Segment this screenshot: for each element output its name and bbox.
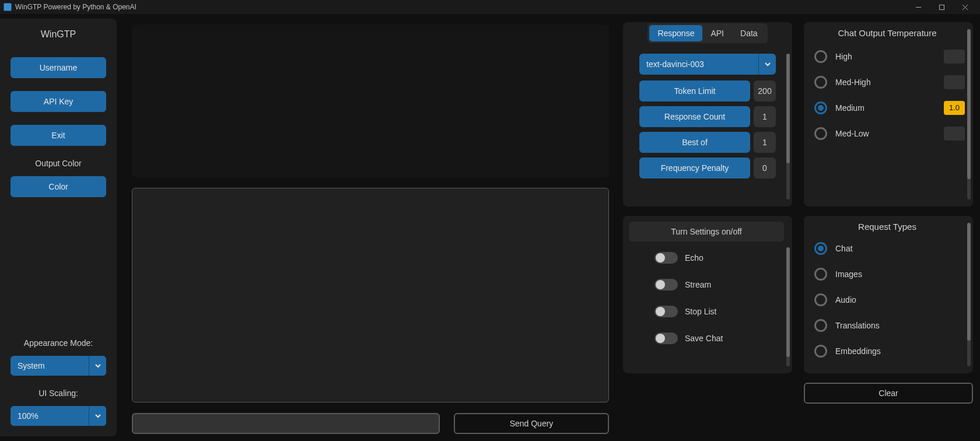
- scrollbar[interactable]: [967, 29, 971, 200]
- token-limit-value[interactable]: 200: [754, 80, 776, 102]
- scrollbar[interactable]: [786, 54, 790, 200]
- svg-rect-0: [939, 5, 944, 9]
- switch-savechat[interactable]: [654, 332, 678, 344]
- scrollbar[interactable]: [967, 223, 971, 366]
- clear-button[interactable]: Clear: [804, 383, 973, 404]
- username-button[interactable]: Username: [10, 57, 106, 78]
- appearance-select[interactable]: System: [10, 356, 106, 376]
- exit-button[interactable]: Exit: [10, 125, 106, 146]
- model-select[interactable]: text-davinci-003: [639, 54, 776, 75]
- color-button[interactable]: Color: [10, 176, 106, 197]
- value-medium[interactable]: 1.0: [944, 101, 965, 115]
- tabs: Response API Data: [648, 23, 767, 43]
- request-types-panel: Request Types Chat Images Audio Translat…: [804, 216, 973, 373]
- titlebar: WinGTP Powered by Python & OpenAI: [0, 0, 980, 14]
- toggle-header: Turn Settings on/off: [629, 222, 784, 242]
- scaling-label: UI Scaling:: [10, 388, 106, 398]
- toggle-panel: Turn Settings on/off Echo Stream Stop Li…: [623, 216, 792, 373]
- response-panel: Response API Data text-davinci-003 Token…: [623, 22, 792, 206]
- radio-audio[interactable]: [814, 293, 827, 306]
- appearance-label: Appearance Mode:: [10, 338, 106, 348]
- switch-stoplist[interactable]: [654, 306, 678, 317]
- input-textarea[interactable]: [132, 188, 609, 402]
- window-title: WinGTP Powered by Python & OpenAI: [15, 3, 136, 11]
- label-embeddings: Embeddings: [835, 346, 965, 356]
- request-types-title: Request Types: [810, 222, 965, 232]
- label-stream: Stream: [685, 280, 711, 289]
- switch-echo[interactable]: [654, 252, 678, 264]
- tab-response[interactable]: Response: [649, 25, 702, 41]
- label-chat: Chat: [835, 244, 965, 253]
- radio-high[interactable]: [814, 50, 827, 63]
- tab-data[interactable]: Data: [732, 25, 766, 41]
- apikey-button[interactable]: API Key: [10, 91, 106, 112]
- response-count-value[interactable]: 1: [754, 106, 776, 127]
- radio-medlow[interactable]: [814, 127, 827, 140]
- label-medlow: Med-Low: [835, 129, 936, 138]
- sidebar: WinGTP Username API Key Exit Output Colo…: [0, 19, 117, 436]
- chevron-down-icon: [758, 54, 776, 75]
- freq-penalty-button[interactable]: Frequency Penalty: [639, 158, 750, 178]
- send-query-button[interactable]: Send Query: [454, 413, 609, 434]
- chevron-down-icon: [89, 356, 106, 376]
- radio-medium[interactable]: [814, 102, 827, 114]
- value-high[interactable]: [944, 50, 965, 64]
- label-translations: Translations: [835, 321, 965, 330]
- label-echo: Echo: [685, 253, 704, 262]
- temperature-panel: Chat Output Temperature High Med-High Me…: [804, 22, 973, 206]
- radio-images[interactable]: [814, 268, 827, 281]
- token-limit-button[interactable]: Token Limit: [639, 80, 750, 102]
- model-value: text-davinci-003: [639, 54, 758, 75]
- tab-api[interactable]: API: [702, 25, 732, 41]
- radio-chat[interactable]: [814, 242, 827, 255]
- output-color-label: Output Color: [10, 159, 106, 168]
- scrollbar[interactable]: [786, 247, 790, 366]
- radio-translations[interactable]: [814, 319, 827, 332]
- label-medhigh: Med-High: [835, 78, 936, 87]
- response-count-button[interactable]: Response Count: [639, 106, 750, 127]
- temperature-title: Chat Output Temperature: [810, 28, 965, 38]
- label-savechat: Save Chat: [685, 334, 723, 343]
- best-of-value[interactable]: 1: [754, 132, 776, 153]
- label-images: Images: [835, 270, 965, 279]
- close-button[interactable]: [953, 0, 977, 14]
- value-medlow[interactable]: [944, 127, 965, 141]
- minimize-button[interactable]: [907, 0, 930, 14]
- value-medhigh[interactable]: [944, 75, 965, 89]
- best-of-button[interactable]: Best of: [639, 132, 750, 153]
- label-high: High: [835, 52, 936, 61]
- radio-medhigh[interactable]: [814, 76, 827, 89]
- maximize-button[interactable]: [930, 0, 953, 14]
- freq-penalty-value[interactable]: 0: [754, 158, 776, 178]
- label-audio: Audio: [835, 295, 965, 304]
- radio-embeddings[interactable]: [814, 345, 827, 358]
- scaling-select[interactable]: 100%: [10, 406, 106, 426]
- scaling-value: 100%: [10, 406, 89, 426]
- label-stoplist: Stop List: [685, 307, 716, 316]
- center-column: Send Query: [117, 14, 616, 441]
- app-icon: [4, 3, 12, 11]
- query-input[interactable]: [132, 413, 440, 434]
- appearance-value: System: [10, 356, 89, 376]
- label-medium: Medium: [835, 103, 936, 113]
- chevron-down-icon: [89, 406, 106, 426]
- sidebar-title: WinGTP: [10, 29, 106, 40]
- switch-stream[interactable]: [654, 279, 678, 290]
- output-box: [132, 24, 609, 177]
